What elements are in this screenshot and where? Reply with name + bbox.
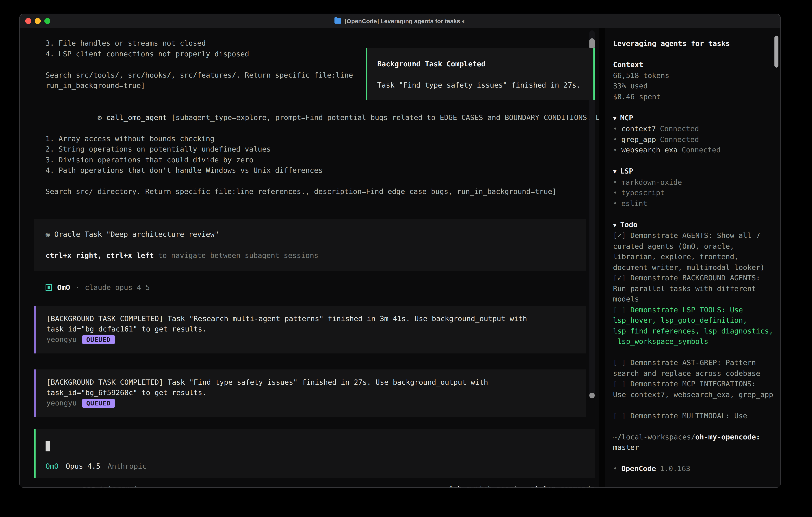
ctrl-p-key: ctrl+p xyxy=(530,483,556,487)
agent-model: claude-opus-4-5 xyxy=(85,282,150,293)
model-label: Opus 4.5 xyxy=(66,461,100,472)
active-agent-label: OmO xyxy=(46,461,59,472)
tool-name: call_omo_agent xyxy=(106,113,167,121)
scrollbar-thumb-top[interactable] xyxy=(589,38,594,50)
mcp-name: websearch_exa xyxy=(621,145,678,154)
collapse-arrow-icon: ▼ xyxy=(613,114,617,122)
workspace-path: ~/local-workspaces/oh-my-opencode: xyxy=(613,432,776,442)
bullet-icon: • xyxy=(613,135,617,143)
todo-heading[interactable]: ▼Todo xyxy=(613,219,776,230)
agent-name: OmO xyxy=(57,282,70,293)
workspace-section: ~/local-workspaces/oh-my-opencode: maste… xyxy=(613,432,776,453)
mcp-heading[interactable]: ▼MCP xyxy=(613,113,776,124)
pane-divider xyxy=(599,28,605,487)
message-meta: yeongyu QUEUED xyxy=(46,398,586,408)
log-line xyxy=(46,176,599,186)
oracle-task-panel[interactable]: ◉Oracle Task "Deep architecture review" … xyxy=(34,219,586,271)
lsp-item: •typescript xyxy=(613,188,776,198)
folder-icon xyxy=(335,19,342,24)
traffic-lights xyxy=(25,18,50,24)
todo-item: [ ] Demonstrate MCP INTEGRATIONS: Use co… xyxy=(613,379,776,400)
window-title: [OpenCode] Leveraging agents for tasks ◐ xyxy=(20,18,780,24)
log-line: 2. String operations on potentially unde… xyxy=(46,144,599,155)
minimize-button[interactable] xyxy=(35,18,41,24)
log-line: 3. Division operations that could divide… xyxy=(46,155,599,165)
workspace-path-prefix: ~/local-workspaces/ xyxy=(613,432,695,441)
lsp-name: markdown-oxide xyxy=(621,178,682,186)
tab-label: switch agent xyxy=(466,483,518,487)
message-card[interactable]: [BACKGROUND TASK COMPLETED] Task "Resear… xyxy=(34,306,586,353)
notification-toast[interactable]: Background Task Completed Task "Find typ… xyxy=(366,48,595,100)
mcp-heading-label: MCP xyxy=(620,113,633,122)
mcp-item: •context7Connected xyxy=(613,124,776,134)
mcp-name: grep_app xyxy=(621,135,656,143)
separator-dot: · xyxy=(75,282,80,293)
todo-item: [✓] Demonstrate AGENTS: Show all 7 curat… xyxy=(613,230,776,273)
collapse-arrow-icon: ▼ xyxy=(613,221,617,228)
bullet-icon: • xyxy=(613,124,617,133)
commands-label: commands xyxy=(560,483,594,487)
message-author: yeongyu xyxy=(46,398,77,408)
context-spent: $0.46 spent xyxy=(613,91,776,102)
agent-header: OmO · claude-opus-4-5 xyxy=(46,282,599,293)
log-line: 3. File handles or streams not closed xyxy=(46,38,599,49)
todo-item: [ ] Demonstrate LSP TOOLS: Use lsp_hover… xyxy=(613,304,776,347)
mcp-name: context7 xyxy=(621,124,656,133)
oracle-hint: ctrl+x right, ctrl+x left to navigate be… xyxy=(46,250,586,261)
context-heading: Context xyxy=(613,60,776,70)
workspace-repo: oh-my-opencode: xyxy=(695,432,760,441)
window-title-text: [OpenCode] Leveraging agents for tasks ◐ xyxy=(345,18,466,24)
todo-heading-label: Todo xyxy=(620,220,638,228)
message-author: yeongyu xyxy=(46,334,77,345)
prompt-input[interactable]: OmO Opus 4.5 Anthropic xyxy=(34,429,595,478)
model-line: OmO Opus 4.5 Anthropic xyxy=(46,461,595,472)
todo-item: [ ] Demonstrate MULTIMODAL: Use xyxy=(613,410,776,421)
message-text: [BACKGROUND TASK COMPLETED] Task "Find t… xyxy=(46,377,586,398)
tool-args: [subagent_type=explore, prompt=Find pote… xyxy=(171,113,599,121)
lsp-heading-label: LSP xyxy=(620,167,633,175)
context-tokens: 66,518 tokens xyxy=(613,70,776,81)
session-title: Leveraging agents for tasks xyxy=(613,38,776,49)
app-version-footer: •OpenCode1.0.163 xyxy=(613,463,776,474)
sidebar: Leveraging agents for tasks Context 66,5… xyxy=(605,28,780,487)
close-button[interactable] xyxy=(25,18,31,24)
context-used: 33% used xyxy=(613,81,776,91)
bullet-icon: • xyxy=(613,145,617,154)
titlebar: [OpenCode] Leveraging agents for tasks ◐ xyxy=(20,14,780,28)
message-card[interactable]: [BACKGROUND TASK COMPLETED] Task "Find t… xyxy=(34,370,586,417)
status-badge: QUEUED xyxy=(82,335,115,344)
app-window: [OpenCode] Leveraging agents for tasks ◐… xyxy=(19,13,781,488)
todo-item: [✓] Demonstrate BACKGROUND AGENTS: Run p… xyxy=(613,273,776,304)
lsp-item: •eslint xyxy=(613,198,776,209)
mcp-status: Connected xyxy=(660,124,699,133)
bullet-icon: • xyxy=(613,178,617,186)
fisheye-icon: ◉ xyxy=(46,230,50,238)
lsp-name: eslint xyxy=(621,199,647,207)
bullet-icon: • xyxy=(613,188,617,197)
lsp-heading[interactable]: ▼LSP xyxy=(613,166,776,177)
oracle-title: Oracle Task "Deep architecture review" xyxy=(54,230,219,238)
zoom-button[interactable] xyxy=(45,18,50,24)
sidebar-scrollbar-thumb[interactable] xyxy=(775,35,778,67)
mcp-status: Connected xyxy=(682,145,721,154)
screen: [OpenCode] Leveraging agents for tasks ◐… xyxy=(0,0,812,517)
status-bar: ········ esc interrupt tab switch agent … xyxy=(20,483,599,487)
message-meta: yeongyu QUEUED xyxy=(46,334,586,345)
todo-section: ▼Todo [✓] Demonstrate AGENTS: Show all 7… xyxy=(613,219,776,421)
provider-label: Anthropic xyxy=(108,461,146,472)
spinner-dots: ········ xyxy=(36,483,74,487)
status-badge: QUEUED xyxy=(82,399,115,408)
scrollbar-thumb-bottom[interactable] xyxy=(589,393,594,398)
log-line: Search src/ directory. Return specific f… xyxy=(46,186,599,197)
tool-call-line: ⚙call_omo_agent[subagent_type=explore, p… xyxy=(46,102,599,133)
app-version: 1.0.163 xyxy=(660,464,690,472)
statusbar-hints: tab switch agent ctrl+p commands xyxy=(441,483,594,487)
tab-key: tab xyxy=(449,483,462,487)
lsp-name: typescript xyxy=(621,188,665,197)
mcp-section: ▼MCP •context7Connected •grep_appConnect… xyxy=(613,113,776,155)
app-name: OpenCode xyxy=(621,464,656,472)
mcp-item: •websearch_exaConnected xyxy=(613,145,776,155)
message-text: [BACKGROUND TASK COMPLETED] Task "Resear… xyxy=(46,314,586,334)
mcp-item: •grep_appConnected xyxy=(613,134,776,145)
collapse-arrow-icon: ▼ xyxy=(613,168,617,175)
